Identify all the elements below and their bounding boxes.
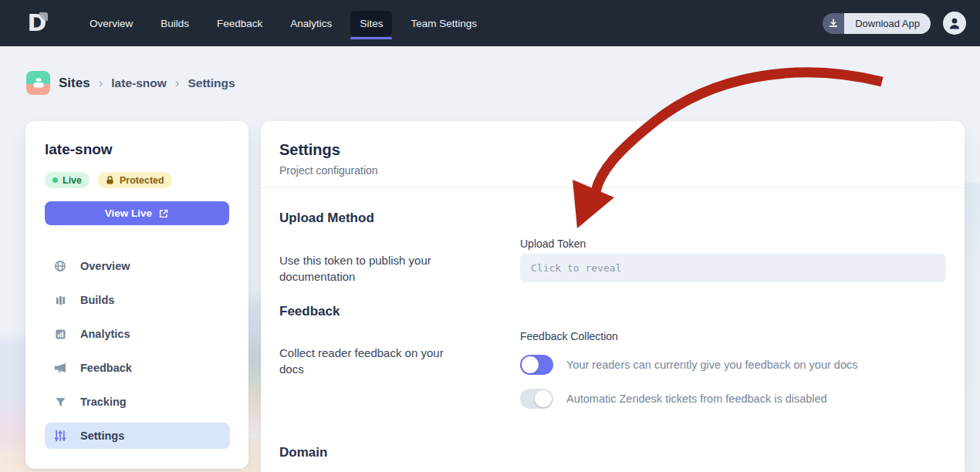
app-window: D Overview Builds Feedback Analytics Sit… — [0, 0, 980, 472]
app-logo[interactable]: D — [23, 9, 51, 37]
project-menu: Overview Builds — [45, 253, 230, 457]
chevron-right-icon: › — [175, 76, 180, 89]
megaphone-icon — [54, 362, 66, 374]
sidebar-item-feedback[interactable]: Feedback — [45, 355, 230, 381]
sidebar-item-overview[interactable]: Overview — [45, 253, 230, 279]
nav-item-team-settings[interactable]: Team Settings — [401, 11, 486, 36]
feedback-collection-toggle-row: Your readers can currently give you feed… — [520, 355, 858, 375]
feedback-toggle-caption: Your readers can currently give you feed… — [566, 359, 858, 371]
page-title: Settings — [279, 141, 340, 159]
page-subtitle: Project configuration — [279, 164, 378, 177]
chevron-right-icon: › — [99, 76, 103, 89]
sidebar-item-settings[interactable]: Settings — [45, 423, 230, 449]
live-dot-icon — [52, 177, 58, 183]
zendesk-toggle-caption: Automatic Zendesk tickets from feedback … — [566, 393, 827, 405]
top-navigation-bar: D Overview Builds Feedback Analytics Sit… — [0, 0, 980, 46]
project-sidebar-card: late-snow Live Protected View Live — [25, 121, 248, 469]
sidebar-item-label: Tracking — [80, 396, 127, 408]
project-name: late-snow — [45, 141, 113, 158]
settings-panel: Settings Project configuration Upload Me… — [261, 121, 965, 472]
upload-method-description: Use this token to publish your documenta… — [279, 252, 461, 285]
breadcrumb-sites[interactable]: Sites — [59, 76, 90, 91]
zendesk-tickets-toggle[interactable] — [520, 389, 553, 409]
feedback-description: Collect reader feedback on your docs — [279, 345, 461, 378]
download-app-button[interactable]: Download App — [823, 13, 931, 34]
feedback-collection-toggle[interactable] — [520, 355, 553, 375]
status-badges: Live Protected — [45, 172, 172, 188]
nav-item-builds[interactable]: Builds — [151, 11, 198, 36]
user-avatar[interactable] — [943, 12, 966, 35]
sidebar-item-label: Overview — [80, 260, 130, 272]
protected-badge-label: Protected — [120, 175, 164, 186]
feedback-heading: Feedback — [279, 304, 340, 319]
external-link-icon — [158, 208, 169, 219]
columns-icon — [54, 294, 66, 306]
feedback-collection-label: Feedback Collection — [520, 330, 618, 342]
lock-icon — [105, 175, 115, 185]
breadcrumb: Sites › late-snow › Settings — [26, 71, 235, 95]
sidebar-item-analytics[interactable]: Analytics — [45, 321, 230, 347]
sidebar-item-label: Analytics — [80, 328, 130, 340]
download-icon — [823, 13, 844, 34]
sliders-icon — [54, 430, 66, 442]
header-divider — [261, 187, 965, 188]
download-app-label: Download App — [844, 13, 931, 34]
breadcrumb-project[interactable]: late-snow — [111, 76, 166, 90]
upload-token-label: Upload Token — [520, 238, 586, 250]
protected-badge: Protected — [97, 172, 172, 188]
breadcrumb-settings[interactable]: Settings — [188, 76, 235, 90]
sidebar-item-label: Feedback — [80, 362, 132, 374]
sidebar-item-tracking[interactable]: Tracking — [45, 389, 230, 415]
nav-right-actions: Download App — [823, 12, 966, 35]
bar-chart-icon — [54, 328, 66, 340]
nav-item-analytics[interactable]: Analytics — [281, 11, 341, 36]
sidebar-item-label: Settings — [80, 430, 124, 442]
user-icon — [948, 16, 961, 30]
zendesk-toggle-row: Automatic Zendesk tickets from feedback … — [520, 389, 827, 409]
nav-item-feedback[interactable]: Feedback — [208, 11, 272, 36]
pastel-background-right — [963, 184, 980, 472]
sidebar-item-builds[interactable]: Builds — [45, 287, 230, 313]
view-live-button[interactable]: View Live — [45, 201, 229, 225]
nav-item-sites[interactable]: Sites — [350, 11, 392, 36]
toggle-knob — [535, 390, 552, 407]
toggle-knob — [522, 356, 539, 373]
upload-method-heading: Upload Method — [279, 211, 374, 226]
funnel-icon — [54, 396, 66, 408]
globe-icon — [54, 260, 66, 272]
live-badge-label: Live — [63, 175, 82, 186]
upload-token-field[interactable]: Click to reveal — [520, 254, 946, 282]
nav-item-overview[interactable]: Overview — [80, 11, 142, 36]
live-status-badge: Live — [45, 172, 90, 188]
sites-app-icon — [26, 71, 50, 95]
sidebar-item-label: Builds — [80, 294, 114, 306]
nav-items: Overview Builds Feedback Analytics Sites… — [80, 11, 486, 36]
domain-heading: Domain — [279, 445, 327, 460]
view-live-label: View Live — [105, 207, 152, 219]
